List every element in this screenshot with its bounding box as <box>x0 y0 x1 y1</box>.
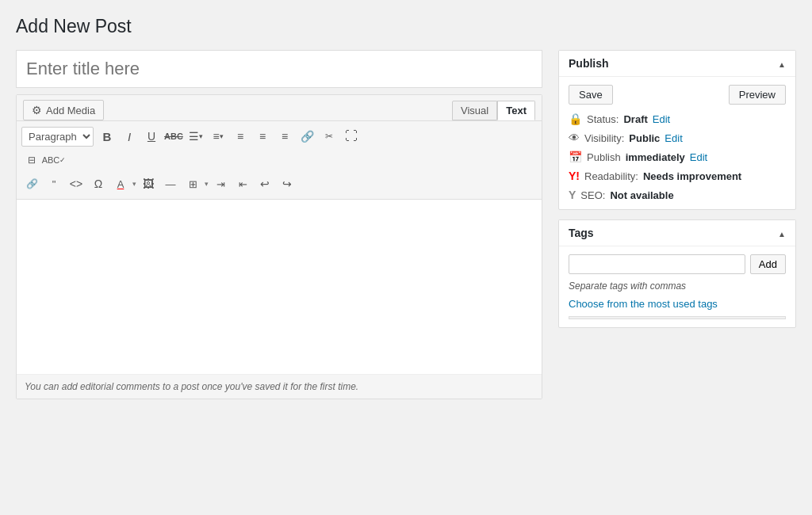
toolbar: Paragraph B I U ABC ☰▾ ≡▾ ≡ ≡ ≡ 🔗 ✂ ⛶ ⊟ <box>17 120 542 200</box>
seo-label: SEO: <box>580 189 605 201</box>
editor-body[interactable] <box>17 200 542 374</box>
publish-panel-toggle[interactable] <box>778 57 786 70</box>
special-char-button[interactable]: Ω <box>88 174 109 194</box>
status-value: Draft <box>623 113 647 125</box>
visibility-edit-link[interactable]: Edit <box>665 132 682 144</box>
tags-panel: Tags Add Separate tags with commas Choos… <box>558 219 796 328</box>
align-left-button[interactable]: ≡ <box>230 126 251 147</box>
media-icon: ⚙ <box>32 104 42 116</box>
tags-input-row: Add <box>569 254 786 274</box>
align-right-button[interactable]: ≡ <box>274 126 295 147</box>
status-label: Status: <box>587 113 619 125</box>
unordered-list-button[interactable]: ☰▾ <box>186 126 206 147</box>
add-media-button[interactable]: ⚙ Add Media <box>23 100 104 120</box>
underline-button[interactable]: U <box>141 126 162 147</box>
add-tag-button[interactable]: Add <box>750 254 786 274</box>
publish-actions: Save Preview <box>569 85 786 105</box>
choose-tags-link[interactable]: Choose from the most used tags <box>569 298 718 310</box>
insert-link-button[interactable]: 🔗 <box>21 174 42 194</box>
publish-edit-link[interactable]: Edit <box>690 151 707 163</box>
readability-icon: Y! <box>569 170 580 182</box>
format-marks-button[interactable]: ⊟ <box>21 150 42 170</box>
link-button[interactable]: 🔗 <box>297 126 317 147</box>
fullscreen-button[interactable]: ⛶ <box>341 126 362 147</box>
sidebar-column: Publish Save Preview 🔒 Status: Draft Edi… <box>558 50 796 328</box>
code-button[interactable]: <> <box>66 174 86 194</box>
publish-label: Publish <box>587 151 621 163</box>
visibility-row: 👁 Visibility: Public Edit <box>569 132 786 144</box>
readability-value: Needs improvement <box>643 170 741 182</box>
bold-button[interactable]: B <box>97 126 117 147</box>
seo-icon: Y <box>569 189 576 201</box>
tab-text[interactable]: Text <box>497 101 535 120</box>
hr-button[interactable]: — <box>160 174 181 194</box>
strikethrough-button[interactable]: ABC <box>163 126 184 147</box>
publish-panel-title: Publish <box>569 57 609 70</box>
spell-check-button[interactable]: ABC✓ <box>44 150 64 170</box>
toolbar-row-1: Paragraph B I U ABC ☰▾ ≡▾ ≡ ≡ ≡ 🔗 ✂ ⛶ <box>21 124 537 148</box>
publish-panel-body: Save Preview 🔒 Status: Draft Edit 👁 Visi… <box>559 77 795 209</box>
tab-visual[interactable]: Visual <box>452 101 497 120</box>
ordered-list-button[interactable]: ≡▾ <box>208 126 228 147</box>
paragraph-select[interactable]: Paragraph <box>21 127 94 147</box>
visibility-icon: 👁 <box>569 132 580 144</box>
seo-row: Y SEO: Not available <box>569 189 786 201</box>
publish-panel: Publish Save Preview 🔒 Status: Draft Edi… <box>558 50 796 210</box>
publish-time-row: 📅 Publish immediately Edit <box>569 151 786 163</box>
editor-footer-note: You can add editorial comments to a post… <box>25 381 358 392</box>
status-edit-link[interactable]: Edit <box>653 113 670 125</box>
status-icon: 🔒 <box>569 113 582 125</box>
publish-value: immediately <box>626 151 685 163</box>
redo-button[interactable]: ↪ <box>277 174 297 194</box>
align-center-button[interactable]: ≡ <box>252 126 273 147</box>
page-title: Add New Post <box>16 16 796 37</box>
publish-panel-header: Publish <box>559 51 795 77</box>
main-layout: ⚙ Add Media Visual Text Paragraph B I U <box>16 50 796 399</box>
italic-button[interactable]: I <box>119 126 140 147</box>
readability-row: Y! Readability: Needs improvement <box>569 170 786 182</box>
toolbar-row-2: ⊟ ABC✓ <box>21 148 537 172</box>
status-row: 🔒 Status: Draft Edit <box>569 113 786 125</box>
tags-hint: Separate tags with commas <box>569 280 786 292</box>
save-button[interactable]: Save <box>569 85 613 105</box>
blockquote-button[interactable]: " <box>44 174 64 194</box>
table-button[interactable]: ⊞ <box>182 174 203 194</box>
insert-image-button[interactable]: 🖼 <box>138 174 159 194</box>
tags-bar <box>569 316 786 319</box>
calendar-icon: 📅 <box>569 151 582 163</box>
publish-meta: 🔒 Status: Draft Edit 👁 Visibility: Publi… <box>569 113 786 201</box>
editor-tabs: Visual Text <box>452 101 535 120</box>
preview-button[interactable]: Preview <box>729 85 786 105</box>
editor-footer: You can add editorial comments to a post… <box>17 374 542 399</box>
tags-panel-header: Tags <box>559 220 795 246</box>
font-color-button[interactable]: A <box>110 174 131 194</box>
toolbar-row-3: 🔗 " <> Ω A ▾ 🖼 — ⊞ ▾ ⇥ ⇤ ↩ ↪ <box>21 172 537 196</box>
visibility-value: Public <box>629 132 660 144</box>
rtl-button[interactable]: ⇥ <box>210 174 231 194</box>
tags-panel-title: Tags <box>569 227 594 239</box>
main-column: ⚙ Add Media Visual Text Paragraph B I U <box>16 50 542 399</box>
tags-panel-body: Add Separate tags with commas Choose fro… <box>559 246 795 327</box>
tags-panel-toggle[interactable] <box>778 227 786 239</box>
visibility-label: Visibility: <box>584 132 624 144</box>
unlink-button[interactable]: ✂ <box>319 126 339 147</box>
ltr-button[interactable]: ⇤ <box>232 174 253 194</box>
editor-wrapper: ⚙ Add Media Visual Text Paragraph B I U <box>16 94 542 399</box>
undo-button[interactable]: ↩ <box>255 174 275 194</box>
seo-value: Not available <box>610 189 673 201</box>
add-media-label: Add Media <box>46 105 95 116</box>
tags-input[interactable] <box>569 254 745 274</box>
readability-label: Readability: <box>584 170 638 182</box>
post-title-input[interactable] <box>16 50 542 88</box>
